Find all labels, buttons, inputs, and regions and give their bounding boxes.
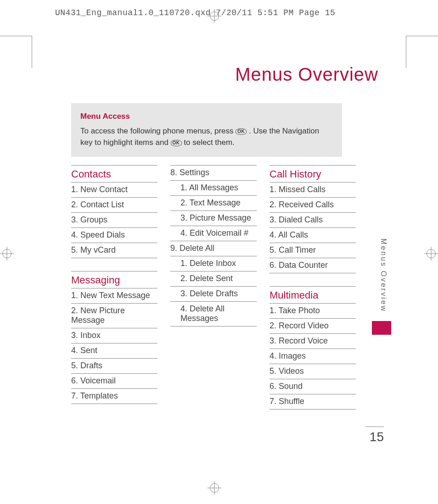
menu-item: 5. Drafts xyxy=(71,358,157,373)
info-box-label: Menu Access xyxy=(80,111,333,122)
menu-item: 6. Sound xyxy=(270,379,356,394)
thumb-tab-block xyxy=(372,321,391,335)
crop-mark-icon xyxy=(0,36,32,68)
menu-list: 1. Missed Calls2. Received Calls3. Diale… xyxy=(270,182,356,273)
menu-item: 3. Dialed Calls xyxy=(270,212,356,227)
menu-item: 3. Picture Message xyxy=(170,210,257,226)
menu-item: 2. Text Message xyxy=(170,195,257,210)
info-box-body: To access the following phone menus, pre… xyxy=(80,125,333,149)
menu-list: 1. Take Photo2. Record Video3. Record Vo… xyxy=(270,303,356,410)
thumb-tab-label: Menus Overview xyxy=(379,238,387,312)
menu-item: 6. Voicemail xyxy=(71,373,157,388)
menu-item: 3. Record Voice xyxy=(270,333,356,349)
page-number: 15 xyxy=(365,426,384,444)
registration-mark-icon xyxy=(0,247,14,260)
registration-mark-icon xyxy=(208,481,221,495)
section-title-contacts: Contacts xyxy=(71,165,157,182)
menu-item: 7. Templates xyxy=(71,388,157,404)
registration-mark-icon xyxy=(208,9,221,23)
crop-mark-icon xyxy=(406,36,438,68)
menu-item: 6. Data Counter xyxy=(270,258,356,273)
menu-item: 4. Delete All Messages xyxy=(170,301,257,327)
menu-item: 5. Videos xyxy=(270,364,356,379)
column-3: Call History 1. Missed Calls2. Received … xyxy=(270,165,356,410)
prepress-header: UN431_Eng_manual1.0_110720.qxd 7/20/11 5… xyxy=(55,8,335,17)
menu-item: 2. Received Calls xyxy=(270,197,356,212)
menu-item: 4. Sent xyxy=(71,343,157,358)
menu-item: 2. Record Video xyxy=(270,318,356,333)
menu-item: 8. Settings xyxy=(170,165,257,180)
menu-item: 2. Contact List xyxy=(71,197,157,212)
menu-list: 1. New Text Message2. New Picture Messag… xyxy=(71,288,157,404)
page-title: Menus Overview xyxy=(235,64,378,85)
menu-columns: Contacts 1. New Contact2. Contact List3.… xyxy=(71,165,356,410)
section-title-multimedia: Multimedia xyxy=(270,286,356,303)
registration-mark-icon xyxy=(424,247,438,260)
info-box: Menu Access To access the following phon… xyxy=(71,103,342,157)
menu-item: 7. Shuffle xyxy=(270,394,356,410)
menu-item: 2. New Picture Message xyxy=(71,303,157,328)
menu-item: 1. Missed Calls xyxy=(270,182,356,197)
menu-item: 1. Take Photo xyxy=(270,303,356,318)
menu-list: 8. Settings1. All Messages2. Text Messag… xyxy=(170,165,257,327)
ok-key-icon: OK xyxy=(236,128,247,135)
menu-item: 1. All Messages xyxy=(170,180,257,195)
menu-item: 3. Inbox xyxy=(71,328,157,343)
ok-key-icon: OK xyxy=(171,140,182,146)
menu-item: 9. Delete All xyxy=(170,241,257,256)
menu-item: 4. Edit Voicemail # xyxy=(170,226,257,241)
menu-item: 2. Delete Sent xyxy=(170,271,257,286)
menu-item: 4. All Calls xyxy=(270,227,356,243)
menu-item: 4. Speed Dials xyxy=(71,227,157,243)
column-1: Contacts 1. New Contact2. Contact List3.… xyxy=(71,165,157,410)
info-text: to select them. xyxy=(184,138,235,147)
menu-item: 3. Delete Drafts xyxy=(170,286,257,301)
menu-item: 1. Delete Inbox xyxy=(170,256,257,271)
section-title-call-history: Call History xyxy=(270,165,356,182)
info-text: To access the following phone menus, pre… xyxy=(80,127,236,135)
section-title-messaging: Messaging xyxy=(71,271,157,288)
menu-item: 1. New Contact xyxy=(71,182,157,197)
menu-item: 5. My vCard xyxy=(71,243,157,258)
menu-item: 3. Groups xyxy=(71,212,157,227)
menu-list: 1. New Contact2. Contact List3. Groups4.… xyxy=(71,182,157,258)
menu-item: 4. Images xyxy=(270,349,356,364)
menu-item: 1. New Text Message xyxy=(71,288,157,303)
menu-item: 5. Call Timer xyxy=(270,243,356,258)
column-2: 8. Settings1. All Messages2. Text Messag… xyxy=(170,165,257,410)
